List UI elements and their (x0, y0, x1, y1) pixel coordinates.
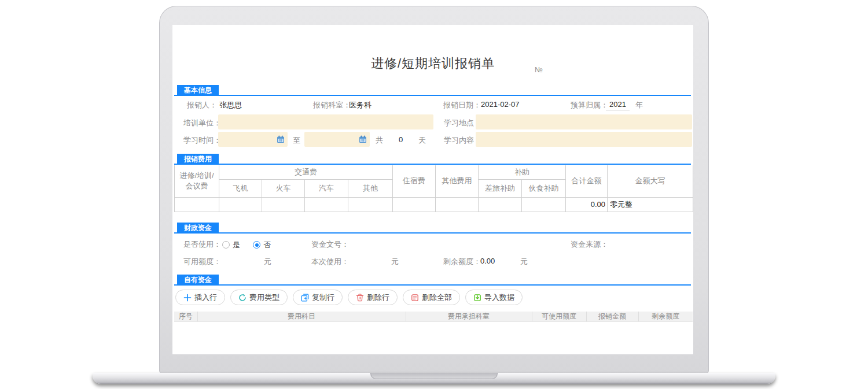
col-header-reimburse-amount: 报销金额 (586, 312, 638, 322)
train-fee-cell[interactable] (262, 197, 305, 212)
calendar-icon[interactable] (277, 135, 285, 143)
study-place-input[interactable] (476, 114, 692, 129)
budget-year-input[interactable]: 2021 (606, 100, 630, 110)
delete-row-button[interactable]: 删除行 (348, 290, 398, 305)
delete-all-button[interactable]: 删除全部 (403, 290, 460, 305)
col-header-other-transport: 其他 (348, 179, 393, 197)
to-label: 至 (293, 135, 300, 146)
plus-icon (183, 294, 192, 302)
expense-type-button[interactable]: 费用类型 (230, 290, 288, 305)
budget-label: 预算归属： (571, 100, 608, 110)
radio-use-yes[interactable] (222, 241, 230, 249)
remaining-quota-unit: 元 (520, 257, 528, 267)
department-value: 医务科 (349, 100, 372, 110)
section-divider (174, 284, 691, 286)
section-divider (174, 95, 691, 96)
training-org-label: 培训单位： (183, 118, 221, 128)
current-use-label: 本次使用： (311, 257, 349, 267)
laptop-mockup: 进修/短期培训报销单 № 基本信息 报销人： 张思思 报销科室： 医务科 报销日… (0, 0, 868, 389)
days-unit: 天 (418, 135, 426, 146)
remaining-quota-value: 0.00 (480, 257, 495, 265)
fund-doc-no-label: 资金文号： (311, 239, 349, 250)
radio-yes-label[interactable]: 是 (233, 240, 240, 249)
app-window: 进修/短期培训报销单 № 基本信息 报销人： 张思思 报销科室： 医务科 报销日… (172, 25, 693, 354)
col-header-seq: 序号 (174, 312, 197, 322)
travel-subsidy-cell[interactable] (479, 197, 522, 212)
report-date-value: 2021-02-07 (481, 100, 520, 109)
remaining-quota-label: 剩余额度： (443, 257, 481, 267)
col-header-train: 火车 (262, 179, 305, 197)
col-header-bearing-dept: 费用承担科室 (406, 312, 532, 322)
col-header-hotel: 住宿费 (393, 165, 436, 197)
section-tab-expense: 报销费用 (177, 154, 219, 165)
budget-unit: 年 (635, 100, 643, 110)
available-quota-label: 可用额度： (183, 257, 221, 267)
insert-row-button[interactable]: 插入行 (175, 290, 225, 305)
hotel-fee-cell[interactable] (393, 197, 436, 212)
current-use-unit: 元 (391, 257, 399, 267)
col-header-other-fee: 其他费用 (436, 165, 479, 197)
fund-source-label: 资金来源： (571, 239, 608, 250)
own-funds-toolbar: 插入行 费用类型 复制行 删除行 删除全部 (175, 290, 523, 305)
section-tab-fiscal: 财政资金 (177, 223, 219, 234)
page-title: 进修/短期培训报销单 (172, 55, 693, 72)
expense-table: 进修/培训/会议费 交通费 住宿费 其他费用 补助 合计金额 金额大写 飞机 火… (174, 165, 693, 212)
available-quota-unit: 元 (264, 257, 271, 267)
study-content-input[interactable] (476, 132, 692, 147)
other-fee-cell[interactable] (436, 197, 479, 212)
department-label: 报销科室： (313, 100, 351, 110)
study-end-date-input[interactable] (304, 132, 370, 147)
col-header-usable-quota: 可使用额度 (532, 312, 586, 322)
section-divider (174, 164, 691, 165)
import-data-button[interactable]: 导入数据 (465, 290, 523, 305)
col-header-remaining-quota: 剩余额度 (638, 312, 693, 322)
col-header-travel-subsidy: 差旅补助 (479, 179, 522, 197)
section-tab-basic-info: 基本信息 (177, 85, 219, 96)
plane-fee-cell[interactable] (219, 197, 262, 212)
meal-subsidy-cell[interactable] (522, 197, 566, 212)
col-header-expense-subject: 费用科目 (197, 312, 406, 322)
col-header-total-cn: 金额大写 (608, 165, 693, 197)
total-amount-cell: 0.00 (566, 197, 608, 212)
delete-all-icon (411, 294, 419, 302)
training-fee-cell[interactable] (175, 197, 219, 212)
col-header-plane: 飞机 (219, 179, 262, 197)
trash-icon (356, 294, 364, 302)
laptop-base-notch (370, 373, 498, 379)
own-funds-table: 序号 费用科目 费用承担科室 可使用额度 报销金额 剩余额度 (174, 312, 693, 322)
report-date-label: 报销日期： (443, 100, 481, 110)
copy-row-button[interactable]: 复制行 (293, 290, 343, 305)
study-time-label: 学习时间： (183, 135, 221, 146)
section-divider (174, 232, 691, 234)
total-days-value: 0 (399, 135, 403, 144)
calendar-icon[interactable] (359, 135, 367, 143)
reporter-label: 报销人： (187, 100, 217, 110)
section-tab-own-funds: 自有资金 (177, 275, 219, 286)
laptop-base (93, 373, 775, 384)
col-header-total: 合计金额 (566, 165, 608, 197)
copy-icon (301, 294, 309, 302)
col-header-meal-subsidy: 伙食补助 (522, 179, 566, 197)
form-number-label: № (535, 65, 543, 74)
col-header-transport: 交通费 (219, 165, 393, 179)
radio-use-no[interactable] (253, 241, 260, 249)
total-amount-cn-cell: 零元整 (608, 197, 693, 212)
study-start-date-input[interactable] (218, 132, 288, 147)
col-header-training-fee: 进修/培训/会议费 (175, 165, 219, 197)
reporter-value: 张思思 (219, 100, 242, 110)
other-transport-fee-cell[interactable] (348, 197, 393, 212)
radio-no-label[interactable]: 否 (263, 240, 271, 249)
training-org-input[interactable] (218, 114, 433, 129)
import-icon (473, 294, 481, 302)
total-label: 共 (376, 135, 383, 146)
laptop-lid: 进修/短期培训报销单 № 基本信息 报销人： 张思思 报销科室： 医务科 报销日… (159, 6, 709, 374)
category-icon (238, 294, 247, 302)
col-header-car: 汽车 (305, 179, 348, 197)
col-header-subsidy: 补助 (479, 165, 566, 179)
car-fee-cell[interactable] (305, 197, 348, 212)
fiscal-use-label: 是否使用： (183, 239, 221, 250)
